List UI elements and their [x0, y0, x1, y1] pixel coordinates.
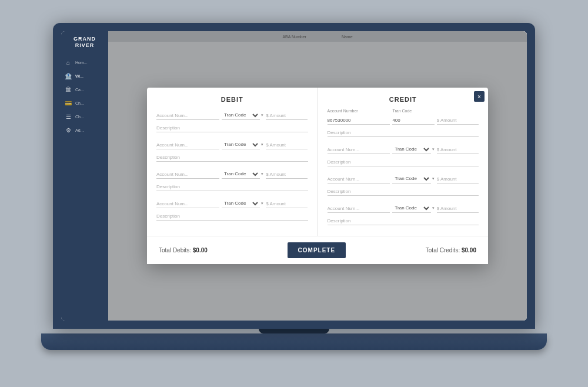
debit-1-tran-arrow: ▾ — [261, 113, 263, 118]
credit-2-desc-input[interactable] — [328, 158, 479, 166]
credit-entry-2: Tran Code ▾ — [328, 143, 479, 166]
credit-3-account-input[interactable] — [328, 175, 390, 184]
credit-1-account-field: Account Number — [328, 109, 390, 125]
credit-entry-3: Tran Code ▾ — [328, 172, 479, 196]
debit-1-desc-field — [156, 121, 308, 132]
debit-3-desc-field — [156, 180, 308, 191]
debit-1-account-field — [156, 109, 219, 120]
debit-1-amount-field — [266, 109, 308, 120]
credit-3-tran-select[interactable]: Tran Code — [392, 174, 430, 184]
sidebar-label-wire: Wi... — [75, 74, 83, 78]
modal-close-button[interactable]: × — [474, 91, 485, 102]
debit-entry-3: Tran Code ▾ — [156, 168, 308, 191]
debit-2-account-field — [156, 138, 219, 149]
debit-row-3-inputs: Tran Code ▾ — [156, 168, 308, 179]
debit-4-desc-field — [156, 209, 308, 221]
complete-button[interactable]: COMPLETE — [288, 242, 346, 258]
credit-row-1-desc — [328, 126, 479, 137]
debit-3-amount-input[interactable] — [266, 171, 308, 179]
sidebar-item-cash[interactable]: 🏛 Ca... — [61, 83, 108, 96]
debit-4-tran-select[interactable]: Tran Code — [222, 199, 260, 208]
credit-1-tran-label: Tran Code — [392, 109, 434, 113]
credit-1-tran-field: Tran Code — [392, 109, 434, 125]
credit-2-amount-input[interactable] — [437, 146, 479, 154]
credit-3-account-field — [328, 172, 390, 184]
debit-2-tran-field: Tran Code ▾ — [222, 140, 263, 149]
credit-row-4-inputs: Tran Code ▾ — [328, 202, 479, 213]
sidebar-item-check[interactable]: 💳 Ch... — [61, 96, 108, 110]
debit-entry-1: Tran Code ▾ — [156, 109, 308, 132]
debit-2-amount-input[interactable] — [266, 141, 308, 149]
debit-4-desc-input[interactable] — [156, 212, 308, 221]
credit-4-tran-select[interactable]: Tran Code — [392, 203, 430, 213]
credit-3-amount-field — [437, 172, 479, 184]
total-debits-value: $0.00 — [193, 247, 208, 253]
credit-1-tran-input[interactable] — [392, 116, 434, 125]
sidebar-label-list: Ch... — [75, 115, 84, 119]
credit-2-tran-field: Tran Code ▾ — [392, 145, 434, 154]
credit-1-amount-field — [437, 114, 479, 125]
sidebar-label-home: Hom... — [75, 61, 88, 65]
credit-3-amount-input[interactable] — [437, 175, 479, 184]
credit-1-desc-input[interactable] — [328, 129, 479, 137]
credit-4-amount-input[interactable] — [437, 205, 479, 213]
debit-4-amount-input[interactable] — [266, 200, 308, 208]
credit-2-amount-field — [437, 143, 479, 154]
credit-4-tran-field: Tran Code ▾ — [392, 203, 434, 213]
debit-row-4-inputs: Tran Code ▾ — [156, 197, 308, 208]
credit-4-account-field — [328, 202, 390, 213]
debit-1-tran-select[interactable]: Tran Code — [222, 111, 260, 120]
cash-icon: 🏛 — [64, 86, 73, 93]
debit-3-desc-input[interactable] — [156, 183, 308, 191]
credit-3-tran-field: Tran Code ▾ — [392, 174, 434, 184]
laptop-base — [41, 333, 547, 350]
total-debits-label: Total Debits: — [159, 247, 191, 253]
debit-3-amount-field — [266, 168, 308, 179]
credit-row-3-inputs: Tran Code ▾ — [328, 172, 479, 184]
credit-1-account-input[interactable] — [328, 116, 390, 125]
credit-1-amount-input[interactable] — [437, 116, 479, 125]
credit-2-tran-select[interactable]: Tran Code — [392, 145, 430, 154]
credit-2-account-input[interactable] — [328, 146, 390, 154]
debit-2-tran-select[interactable]: Tran Code — [222, 140, 260, 149]
debit-4-account-input[interactable] — [156, 200, 219, 208]
journal-entry-modal: × DEBIT — [147, 88, 488, 264]
total-credits-label: Total Credits: — [426, 247, 460, 253]
credit-entry-4: Tran Code ▾ — [328, 202, 479, 225]
credit-4-account-input[interactable] — [328, 205, 390, 213]
credit-4-desc-input[interactable] — [328, 217, 479, 225]
credit-2-tran-arrow: ▾ — [432, 147, 435, 152]
debit-1-account-input[interactable] — [156, 112, 219, 120]
debit-3-tran-select[interactable]: Tran Code — [222, 169, 260, 179]
debit-row-2-inputs: Tran Code ▾ — [156, 138, 308, 149]
sidebar-item-admin[interactable]: ⚙ Ad... — [61, 124, 108, 137]
sidebar-label-cash: Ca... — [75, 88, 84, 92]
debit-2-account-input[interactable] — [156, 141, 219, 149]
credit-3-desc-input[interactable] — [328, 188, 479, 196]
sidebar-item-home[interactable]: ⌂ Hom... — [61, 56, 108, 69]
debit-4-amount-field — [266, 197, 308, 208]
sidebar-item-wire[interactable]: 🏦 Wi... — [61, 69, 108, 83]
credit-row-1-inputs: Account Number Tran Code — [328, 109, 479, 125]
debit-1-amount-input[interactable] — [266, 112, 308, 120]
debit-3-tran-field: Tran Code ▾ — [222, 169, 263, 179]
credit-1-account-label: Account Number — [328, 109, 390, 113]
credit-3-tran-arrow: ▾ — [432, 176, 435, 181]
credit-row-4-desc — [328, 214, 479, 225]
debit-row-1-inputs: Tran Code ▾ — [156, 109, 308, 120]
sidebar-item-list[interactable]: ☰ Ch... — [61, 110, 108, 124]
app-logo: GRAND RIVER — [74, 36, 96, 49]
debit-row-2-desc — [156, 151, 308, 162]
debit-2-desc-field — [156, 151, 308, 162]
total-credits-value: $0.00 — [462, 247, 476, 253]
credit-4-amount-field — [437, 202, 479, 213]
debit-1-desc-input[interactable] — [156, 124, 308, 132]
debit-2-desc-input[interactable] — [156, 154, 308, 162]
debit-3-account-input[interactable] — [156, 171, 219, 179]
laptop-notch — [259, 329, 329, 333]
credit-2-account-field — [328, 143, 390, 154]
debit-4-tran-field: Tran Code ▾ — [222, 199, 263, 208]
debit-4-account-field — [156, 197, 219, 208]
debit-2-tran-arrow: ▾ — [261, 142, 263, 147]
debit-3-tran-arrow: ▾ — [261, 172, 263, 176]
